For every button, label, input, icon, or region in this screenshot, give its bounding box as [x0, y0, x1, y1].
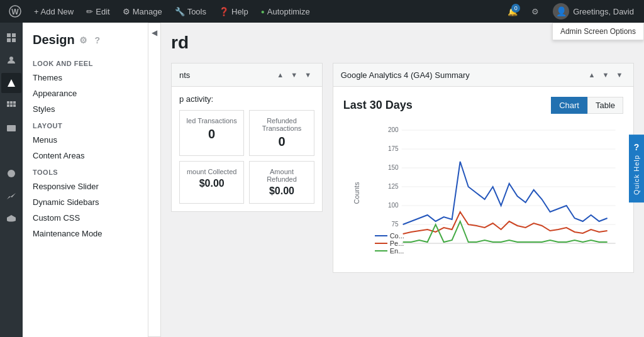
sidebar-item-appearance[interactable]: Appearance: [23, 86, 148, 101]
svg-text:75: 75: [391, 221, 399, 228]
edit-menu[interactable]: ✏ Edit: [80, 0, 116, 23]
widget-up-button[interactable]: ▲: [274, 69, 287, 81]
stat-label-2: mount Collected: [186, 168, 237, 175]
sidebar-icon-grid[interactable]: [1, 96, 21, 116]
svg-rect-7: [7, 101, 9, 104]
sidebar-item-responsive-slider[interactable]: Responsive Slider: [23, 179, 148, 194]
activity-widget: nts ▲ ▼ ▼ p activity: led Transactions 0: [171, 63, 323, 212]
stat-label-1: RefundedTransactions: [256, 117, 307, 132]
stat-card-0: led Transactions 0: [179, 110, 244, 156]
avatar: 👤: [553, 3, 569, 19]
svg-text:W: W: [11, 8, 19, 16]
sidebar-icon-dashboard[interactable]: [1, 28, 21, 48]
layout-section-label: Layout: [23, 117, 148, 132]
svg-rect-3: [12, 33, 16, 37]
chart-y-label: Counts: [353, 182, 360, 204]
svg-rect-11: [10, 104, 13, 107]
edit-icon: ✏: [86, 7, 93, 16]
manage-menu[interactable]: ⚙ Manage: [116, 0, 169, 23]
stat-value-0: 0: [186, 127, 237, 141]
design-settings-icon[interactable]: ⚙: [79, 35, 89, 45]
svg-rect-12: [13, 104, 16, 107]
autoptimize-menu[interactable]: ● Autoptimize: [255, 0, 316, 23]
wp-logo[interactable]: W: [5, 1, 25, 21]
settings-button[interactable]: ⚙: [525, 1, 545, 21]
svg-rect-9: [13, 101, 16, 104]
ga4-down-button[interactable]: ▼: [599, 69, 612, 81]
user-menu[interactable]: 👤 Greetings, David: [548, 3, 639, 19]
stat-card-3: Amount Refunded $0.00: [249, 161, 314, 204]
sidebar-collapse-button[interactable]: ◀: [148, 23, 161, 337]
stat-label-3: Amount Refunded: [256, 168, 307, 183]
legend-label-co: Co...: [390, 232, 404, 240]
stat-value-1: 0: [256, 135, 307, 149]
svg-rect-10: [7, 104, 9, 107]
stat-value-3: $0.00: [256, 185, 307, 197]
svg-rect-5: [12, 38, 16, 42]
sidebar-item-themes[interactable]: Themes: [23, 70, 148, 86]
sidebar-icon-users[interactable]: [1, 50, 21, 70]
sidebar-title: Design: [33, 33, 75, 47]
widget-down-button[interactable]: ▼: [288, 69, 301, 81]
ga4-close-button[interactable]: ▼: [613, 69, 626, 81]
ga4-widget: Google Analytics 4 (GA4) Summary ▲ ▼ ▼ L…: [333, 63, 634, 273]
stat-card-1: RefundedTransactions 0: [249, 110, 314, 156]
help-label: Help: [231, 7, 248, 16]
autoptimize-label: Autoptimize: [267, 7, 310, 16]
tools-label: Tools: [187, 7, 206, 16]
svg-text:100: 100: [388, 202, 399, 209]
stat-card-2: mount Collected $0.00: [179, 161, 244, 204]
quick-help-icon: ?: [634, 142, 640, 152]
sidebar-icon-mail[interactable]: [1, 118, 21, 138]
manage-label: Manage: [133, 7, 162, 16]
sidebar-item-content-areas[interactable]: Content Areas: [23, 148, 148, 163]
activity-subtitle: p activity:: [179, 94, 314, 104]
ga4-chart-svg: 200 175 150 125 100 75: [369, 124, 623, 250]
sidebar-icon-analytics[interactable]: [1, 186, 21, 206]
legend-label-en: En...: [390, 247, 404, 255]
design-sidebar: Design ⚙ ? Look and Feel Themes Appearan…: [23, 23, 148, 337]
help-menu[interactable]: ❓ Help: [213, 0, 255, 23]
legend-item-en: En...: [375, 247, 404, 255]
sidebar-item-menus[interactable]: Menus: [23, 132, 148, 148]
collapse-arrow-icon: ◀: [152, 28, 157, 37]
notifications-button[interactable]: 🔔 0: [502, 1, 523, 21]
tools-menu[interactable]: 🔧 Tools: [169, 0, 213, 23]
help-icon: ❓: [219, 7, 229, 16]
add-new-menu[interactable]: + Add New: [28, 0, 80, 23]
sidebar-item-dynamic-sidebars[interactable]: Dynamic Sidebars: [23, 194, 148, 210]
stat-value-2: $0.00: [186, 178, 237, 189]
widget-close-button[interactable]: ▼: [302, 69, 314, 81]
sidebar-icon-learn[interactable]: [1, 209, 21, 229]
chart-view-button[interactable]: Chart: [551, 97, 587, 114]
svg-rect-8: [10, 101, 13, 104]
sidebar-icon-arrows[interactable]: [1, 141, 21, 161]
sidebar-icon-circle[interactable]: [1, 163, 21, 184]
main-content: rd nts ▲ ▼ ▼ p activity: led Transact: [161, 23, 644, 337]
tools-icon: 🔧: [175, 7, 185, 16]
legend-item-co: Co...: [375, 232, 404, 240]
settings-gear-icon: ⚙: [531, 7, 539, 16]
notification-badge: 0: [511, 4, 520, 13]
legend-item-pe: Pe...: [375, 240, 404, 247]
ga4-up-button[interactable]: ▲: [586, 69, 598, 81]
autoptimize-dot: ●: [261, 8, 265, 15]
legend-label-pe: Pe...: [390, 240, 404, 247]
svg-text:150: 150: [388, 164, 399, 171]
sidebar-item-styles[interactable]: Styles: [23, 101, 148, 117]
sidebar-item-custom-css[interactable]: Custom CSS: [23, 210, 148, 226]
chart-legend: Co... Pe... En...: [375, 232, 404, 255]
table-view-button[interactable]: Table: [587, 97, 623, 114]
sidebar-icon-design[interactable]: [1, 73, 21, 93]
stat-cards: led Transactions 0 RefundedTransactions …: [179, 110, 314, 204]
svg-point-6: [9, 57, 13, 60]
svg-rect-4: [7, 38, 11, 42]
svg-text:200: 200: [388, 126, 399, 133]
sidebar-item-maintenance-mode[interactable]: Maintenance Mode: [23, 226, 148, 241]
design-help-icon[interactable]: ?: [92, 35, 103, 45]
svg-text:125: 125: [388, 183, 399, 190]
ga4-widget-title: Google Analytics 4 (GA4) Summary: [341, 70, 586, 80]
quick-help-panel[interactable]: ? Quick Help: [629, 135, 644, 202]
greeting-text: Greetings, David: [573, 7, 634, 16]
ga4-period: Last 30 Days: [343, 99, 413, 112]
